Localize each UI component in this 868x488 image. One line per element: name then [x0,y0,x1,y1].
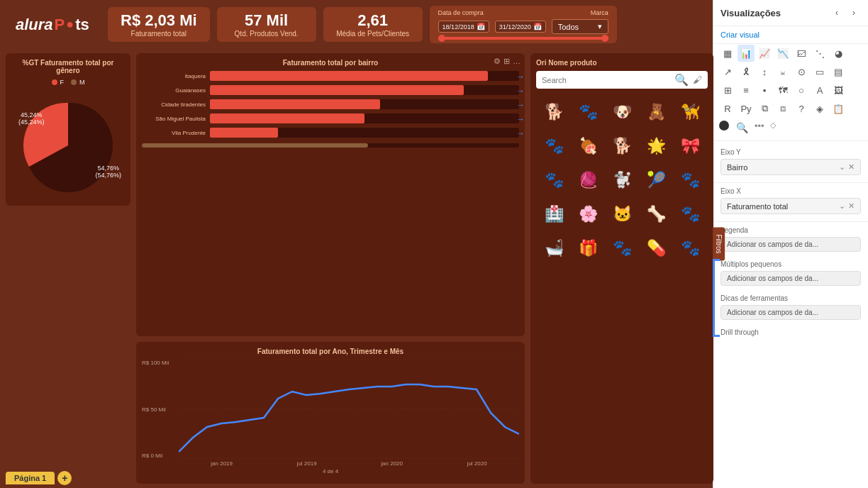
viz-icon-paginated[interactable]: 📋 [830,100,847,117]
pie-f-pct2: (45,24%) [18,118,45,126]
filtros-tab[interactable]: Filtros [713,227,725,260]
pet-icon-3[interactable]: 🐶 [607,97,637,127]
criar-visual-link[interactable]: Criar visual [713,26,868,44]
pet-icon-19[interactable]: 🦴 [641,199,671,229]
logo-dot: ● [66,17,74,32]
pet-icon-23[interactable]: 🐾 [607,233,637,263]
pet-icon-17[interactable]: 🌸 [573,199,603,229]
filter-icon[interactable]: ⚙ [494,57,501,66]
viz-icon-image[interactable]: 🖼 [830,82,847,99]
header: alura P●ts R$ 2,03 Mi Faturamento total … [0,0,713,49]
kpi-media-label: Média de Pets/Clientes [336,30,409,38]
pet-icon-14[interactable]: 🎾 [641,165,671,195]
viz-icon-treemap[interactable]: ▪ [756,82,773,99]
pet-icon-24[interactable]: 💊 [641,233,671,263]
viz-icon-smart[interactable]: ◈ [811,100,828,117]
date-slider-fill [438,37,608,40]
viz-icon-kpi[interactable]: ▤ [830,63,847,80]
viz-icon-ribbon[interactable]: 🎗 [738,63,755,80]
viz-icon-py[interactable]: Py [738,100,755,117]
date-start-input[interactable]: 18/12/2018 📅 [438,21,489,33]
search-icon: 🔍 [674,73,689,87]
eixo-y-field[interactable]: Bairro ⌄ ✕ [720,159,861,175]
viz-icon-table[interactable]: ▦ [719,45,736,62]
pet-icon-15[interactable]: 🐾 [675,165,705,195]
pet-icon-9[interactable]: 🌟 [641,131,671,161]
legenda-add-button[interactable]: Adicionar os campos de da... [720,237,861,252]
color-circle[interactable] [719,121,729,131]
viz-icon-matrix[interactable]: ≡ [738,82,755,99]
eixo-y-section: Eixo Y Bairro ⌄ ✕ [713,144,868,182]
viz-icon-area[interactable]: 🗠 [793,45,810,62]
pet-icon-20[interactable]: 🐾 [675,199,705,229]
viz-icon-shape[interactable]: ○ [793,82,810,99]
diamond-icon[interactable]: ◇ [770,121,776,135]
search-box[interactable]: 🔍 🖌 [536,71,708,89]
expand-icon[interactable]: ⊞ [503,57,510,66]
close-x-icon[interactable]: ✕ [848,201,855,211]
bar-arrow-0: → [516,72,525,82]
logo-pets2: ts [75,16,89,34]
search-input[interactable] [542,76,670,84]
viz-icon-qna[interactable]: ? [793,100,810,117]
more-icon[interactable]: … [513,57,521,66]
search-viz-icon[interactable]: 🔍 [735,121,749,135]
viz-icon-text[interactable]: A [811,82,828,99]
pet-icon-16[interactable]: 🏥 [539,199,569,229]
pet-icon-12[interactable]: 🧶 [573,165,603,195]
pet-icon-11[interactable]: 🐾 [539,165,569,195]
pet-icon-7[interactable]: 🍖 [573,131,603,161]
calendar-icon-2[interactable]: 📅 [533,23,542,30]
viz-icon-waterfall[interactable]: ↕ [756,63,773,80]
viz-icon-custom[interactable]: ⧉ [756,100,773,117]
viz-icon-r[interactable]: R [719,100,736,117]
pet-icon-21[interactable]: 🛁 [539,233,569,263]
pet-icon-8[interactable]: 🐕 [607,131,637,161]
viz-icon-scatter[interactable]: ⋱ [811,45,828,62]
pet-icon-6[interactable]: 🐾 [539,131,569,161]
pet-icon-4[interactable]: 🧸 [641,97,671,127]
dicas-add-button[interactable]: Adicionar os campos de da... [720,305,861,320]
viz-icon-card[interactable]: ▭ [811,63,828,80]
right-panel: Ori Nome produto 🔍 🖌 🐕 🐾 🐶 🧸 🦮 🐾 🍖 🐕 [530,53,713,484]
sidebar-forward-icon[interactable]: › [847,6,861,20]
pet-icon-22[interactable]: 🎁 [573,233,603,263]
pet-icon-5[interactable]: 🦮 [675,97,705,127]
marca-select[interactable]: Todos ▾ [552,19,608,34]
date-end-input[interactable]: 31/12/2020 📅 [495,21,546,33]
chevron-down-y-icon[interactable]: ⌄ [839,162,845,172]
page-tab-1[interactable]: Página 1 [6,472,55,484]
viz-icon-column[interactable]: 📈 [756,45,773,62]
viz-icon-pie[interactable]: ◕ [830,45,847,62]
date-slider[interactable] [438,37,608,40]
close-y-icon[interactable]: ✕ [848,162,855,172]
bar-row-0: Itaquera → [142,71,519,81]
eixo-x-field[interactable]: Faturamento total ⌄ ✕ [720,198,861,214]
date-filter: Data de compra Marca 18/12/2018 📅 31/12/… [430,6,617,43]
viz-icon-decomp[interactable]: ⧈ [774,100,791,117]
sidebar-back-icon[interactable]: ‹ [830,6,844,20]
bar-scrollbar[interactable] [142,143,519,148]
pie-label-right: 54,76% (54,76%) [95,165,121,179]
viz-icon-gauge[interactable]: ⊙ [793,63,810,80]
viz-icon-map[interactable]: 🗺 [774,82,791,99]
pet-icon-2[interactable]: 🐾 [573,97,603,127]
viz-icon-combo[interactable]: ↗ [719,63,736,80]
multiplos-add-button[interactable]: Adicionar os campos de da... [720,271,861,286]
pet-icon-1[interactable]: 🐕 [539,97,569,127]
date-slider-thumb-left[interactable] [438,35,445,42]
add-page-button[interactable]: + [57,471,72,485]
more-dots[interactable]: ••• [755,121,764,135]
chevron-down-x-icon[interactable]: ⌄ [839,201,845,211]
viz-icon-line[interactable]: 📉 [774,45,791,62]
pet-icon-13[interactable]: 🐩 [607,165,637,195]
date-slider-thumb-right[interactable] [601,35,608,42]
viz-icon-slicer[interactable]: ⊞ [719,82,736,99]
pet-icon-10[interactable]: 🎀 [675,131,705,161]
pet-icon-18[interactable]: 🐱 [607,199,637,229]
pet-icon-25[interactable]: 🐾 [675,233,705,263]
viz-icon-funnel[interactable]: ⏓ [774,63,791,80]
date-inputs: 18/12/2018 📅 31/12/2020 📅 [438,21,546,33]
calendar-icon[interactable]: 📅 [477,23,485,30]
viz-icon-bar[interactable]: 📊 [738,45,755,62]
